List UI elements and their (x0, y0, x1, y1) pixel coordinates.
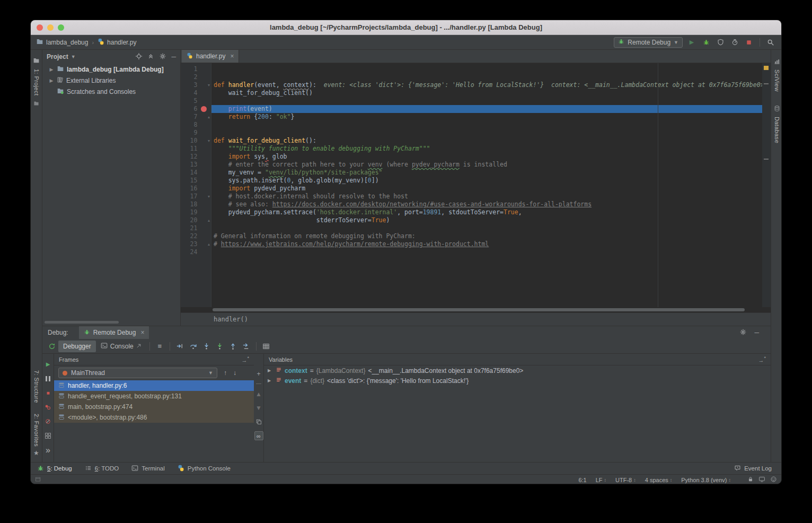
step-out-icon[interactable] (226, 341, 240, 352)
gear-icon[interactable] (739, 328, 747, 337)
tool-button-project[interactable]: 1: Project (33, 69, 40, 95)
project-tree-item[interactable]: Scratches and Consoles (42, 86, 180, 97)
breakpoint-icon[interactable] (201, 106, 207, 112)
tool-window-button-6-todo[interactable]: 6: TODO (85, 465, 119, 473)
frame-row[interactable]: <module>, bootstrap.py:486 (54, 412, 254, 423)
chevron-right-icon[interactable]: ▶ (49, 67, 54, 72)
zoom-window-button[interactable] (58, 24, 64, 31)
tab-console[interactable]: Console (96, 341, 146, 352)
code-line[interactable]: pydevd_pycharm.settrace('host.docker.int… (211, 208, 762, 216)
project-horizontal-scrollbar[interactable] (45, 321, 119, 324)
status-item-4-spaces[interactable]: 4 spaces↕ (645, 477, 673, 483)
code-line[interactable]: my_venv = "venv/lib/python*/site-package… (211, 169, 762, 177)
breadcrumb-file[interactable]: handler.py (107, 39, 136, 46)
add-watch-icon[interactable]: + (254, 370, 263, 378)
duplicate-watch-icon[interactable] (254, 417, 263, 425)
coverage-button[interactable] (715, 37, 726, 48)
stripe-mark[interactable] (764, 159, 769, 160)
status-item-utf-8[interactable]: UTF-8↕ (615, 477, 636, 483)
tab-debugger[interactable]: Debugger (58, 341, 96, 352)
previous-frame-icon[interactable]: ↑ (224, 369, 227, 377)
code-line[interactable] (211, 224, 762, 232)
hide-panel-icon[interactable]: ─ (171, 53, 176, 60)
warning-stripe-mark[interactable] (764, 66, 769, 70)
step-over-icon[interactable] (187, 341, 200, 352)
frame-row[interactable]: main, bootstrap.py:474 (54, 402, 254, 412)
pause-button[interactable] (44, 374, 52, 382)
view-as-table-icon[interactable] (260, 341, 273, 352)
editor-tab-handler[interactable]: handler.py × (182, 50, 239, 63)
tool-window-button-5-debug[interactable]: 5: Debug (37, 465, 72, 473)
debug-button[interactable] (701, 37, 711, 48)
status-item-python-3-8-venv-[interactable]: Python 3.8 (venv)↕ (681, 477, 731, 483)
project-tree-item[interactable]: ▶External Libraries (42, 75, 180, 86)
code-line[interactable]: def wait_for_debug_client(): (211, 137, 762, 145)
project-panel-title[interactable]: Project (47, 53, 68, 60)
mute-breakpoints-icon[interactable] (44, 417, 52, 425)
resume-button[interactable]: ▶ (44, 360, 52, 368)
pin-icon[interactable]: →* (758, 355, 766, 363)
fold-marker-icon[interactable]: ▴ (208, 216, 210, 224)
code-line[interactable]: wait_for_debug_client() (211, 89, 762, 97)
variable-row[interactable]: ▶context = {LambdaContext} <__main__.Lam… (264, 365, 771, 376)
stop-button[interactable] (744, 37, 754, 48)
tool-button-sciview[interactable]: SciView (774, 57, 780, 92)
chevron-right-icon[interactable]: ▶ (268, 378, 273, 383)
frame-row[interactable]: handle_event_request, bootstrap.py:131 (54, 391, 254, 402)
status-item-6-1[interactable]: 6:1 (578, 477, 586, 483)
code-line[interactable] (211, 129, 762, 137)
variable-row[interactable]: ▶event = {dict} <class 'dict'>: {'messag… (264, 376, 771, 386)
code-line[interactable] (211, 121, 762, 129)
move-down-icon[interactable]: ▼ (254, 404, 263, 412)
fold-marker-icon[interactable]: ▾ (208, 193, 210, 201)
chevron-down-icon[interactable]: ▼ (71, 54, 76, 59)
lock-icon[interactable] (747, 476, 754, 484)
code-line[interactable]: stderrToServer=True) (211, 216, 762, 224)
hide-panel-icon[interactable]: ─ (754, 329, 759, 336)
code-line[interactable]: # host.docker.internal should resolve to… (211, 193, 762, 201)
show-execution-point-icon[interactable] (173, 341, 187, 352)
close-icon[interactable]: × (230, 53, 234, 60)
gear-icon[interactable] (159, 53, 166, 62)
layout-menu-icon[interactable]: ≡ (153, 341, 166, 352)
titlebar[interactable]: lambda_debug [~/PycharmProjects/lambda_d… (31, 20, 781, 35)
debug-session-tab[interactable]: Remote Debug × (79, 326, 149, 339)
code-line[interactable] (211, 97, 762, 105)
screen-reader-icon[interactable] (758, 476, 765, 484)
restore-layout-icon[interactable] (44, 432, 52, 440)
code-line[interactable]: sys.path.insert(0, glob.glob(my_venv)[0]… (211, 177, 762, 185)
step-into-icon[interactable] (200, 341, 213, 352)
pin-icon[interactable]: →* (241, 355, 249, 363)
jump-arrow-icon[interactable] (136, 343, 142, 350)
thread-selector[interactable]: MainThread ▼ (58, 368, 217, 378)
scrollbar-thumb[interactable] (213, 308, 745, 311)
evaluate-expression-icon[interactable]: ∞ (254, 431, 263, 440)
code-line[interactable]: # https://www.jetbrains.com/help/pycharm… (211, 240, 762, 248)
view-breakpoints-icon[interactable] (44, 403, 52, 411)
code-line[interactable]: # General information on remote debuggin… (211, 232, 762, 240)
search-everywhere-icon[interactable] (765, 37, 776, 48)
error-stripe[interactable] (762, 63, 771, 307)
more-actions-icon[interactable]: » (44, 446, 52, 454)
rerun-icon[interactable] (45, 341, 58, 352)
fold-marker-icon[interactable]: ▾ (208, 137, 210, 145)
tool-button-database[interactable]: Database (774, 104, 780, 143)
code-lines[interactable]: def handler(event, context): event: <cla… (211, 63, 762, 307)
step-into-my-code-icon[interactable] (213, 341, 226, 352)
profiler-button[interactable] (729, 37, 740, 48)
code-view[interactable]: 123▾4567▴8910▾11121314151617▾181920▴2122… (181, 63, 771, 307)
fold-marker-icon[interactable]: ▾ (208, 81, 210, 89)
code-line[interactable]: import sys, glob (211, 153, 762, 161)
code-line[interactable] (211, 65, 762, 73)
stripe-mark[interactable] (764, 83, 769, 84)
tool-button-favorites[interactable]: 2: Favorites ★ (33, 414, 40, 457)
horizontal-scrollbar[interactable] (213, 307, 761, 312)
fold-marker-icon[interactable]: ▴ (208, 240, 210, 248)
run-to-cursor-icon[interactable] (240, 341, 253, 352)
chevron-right-icon[interactable]: ▶ (268, 368, 273, 373)
hector-inspector-icon[interactable] (770, 476, 777, 484)
code-line[interactable]: # enter the correct path here to your ve… (211, 161, 762, 169)
fold-marker-icon[interactable]: ▴ (208, 113, 210, 121)
breadcrumb-project[interactable]: lambda_debug (46, 39, 88, 46)
event-log-button[interactable]: Event Log (734, 465, 772, 473)
